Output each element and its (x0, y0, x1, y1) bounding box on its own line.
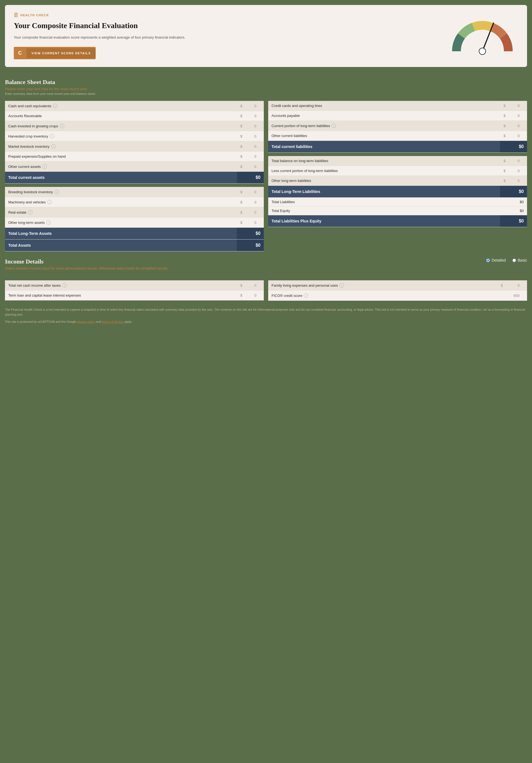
basic-radio[interactable] (512, 259, 516, 262)
growing-crops-input[interactable] (247, 124, 261, 128)
income-grid: Total net cash income after taxesi $ Ter… (5, 280, 527, 301)
subtotal-value: $0 (500, 198, 527, 206)
machinery-vehicles-input[interactable] (247, 200, 261, 204)
total-label: Total Long-Term Liabilities (268, 186, 500, 198)
market-livestock-input[interactable] (247, 145, 261, 149)
detailed-label: Detailed (491, 258, 505, 263)
row-label: Cash and cash equivalentsi (8, 104, 234, 108)
cash-equivalents-input[interactable] (247, 104, 261, 108)
table-row: Term loan and capital lease interest exp… (5, 290, 264, 300)
info-icon[interactable]: i (43, 164, 47, 169)
income-title: Income Details (5, 258, 292, 265)
long-term-assets-table: Breeding livestock inventoryi $ Machiner… (5, 187, 264, 251)
subtotal-label: Total Liabilities (268, 198, 500, 206)
income-left: Income Details Select detailed income in… (5, 258, 292, 272)
total-label: Total current assets (5, 172, 237, 183)
table-row: Accounts payable $ (268, 111, 527, 121)
income-header: Income Details Select detailed income in… (5, 258, 527, 272)
table-row: Prepaid expenses/Supplies on hand $ (5, 152, 264, 162)
info-icon[interactable]: i (53, 104, 57, 108)
table-row: Harvested crop inventoryi $ (5, 131, 264, 142)
row-label: Accounts payable (271, 114, 300, 118)
row-label: Harvested crop inventoryi (8, 134, 234, 138)
table-row: Less current portion of long-term liabil… (268, 166, 527, 176)
row-label: Cash invested in growing cropsi (8, 124, 234, 128)
total-longterm-balance-input[interactable] (510, 159, 524, 163)
row-label: Other long-term liabilities (271, 179, 311, 183)
income-right-table: Family living expenses and personal uses… (268, 280, 527, 301)
row-label: Prepaid expenses/Supplies on hand (8, 155, 65, 159)
table-row: Current portion of long-term liabilities… (268, 121, 527, 131)
balance-sheet-subtitle: Please enter year-end data for the most … (5, 87, 527, 91)
total-current-assets-row: Total current assets $0 (5, 172, 264, 183)
income-right-column: Family living expenses and personal uses… (268, 280, 527, 301)
radio-options: Detailed Basic (486, 258, 527, 263)
info-icon[interactable]: i (46, 220, 51, 225)
credit-cards-input[interactable] (510, 104, 524, 108)
other-current-liabilities-input[interactable] (510, 134, 524, 138)
row-label: Term loan and capital lease interest exp… (8, 293, 81, 297)
other-longterm-liabilities-input[interactable] (510, 179, 524, 183)
info-icon[interactable]: i (28, 210, 33, 214)
other-current-assets-input[interactable] (247, 164, 261, 169)
radio-detailed[interactable]: Detailed (486, 258, 505, 263)
info-icon[interactable]: i (50, 134, 54, 138)
term-loan-input[interactable] (247, 293, 261, 297)
row-label: Market livestock inventoryi (8, 144, 234, 149)
row-label: Other current assetsi (8, 164, 234, 169)
total-equity-row: Total Equity $0 (268, 206, 527, 215)
current-longterm-liabilities-input[interactable] (510, 124, 524, 128)
info-icon[interactable]: i (54, 190, 59, 194)
row-label: Current portion of long-term liabilities… (271, 124, 497, 128)
info-icon[interactable]: i (62, 283, 67, 287)
table-row: Other long-term liabilities $ (268, 176, 527, 186)
income-radio-group: Detailed Basic (486, 258, 527, 263)
table-row: FICO® credit scorei (268, 290, 527, 301)
detailed-radio[interactable] (486, 259, 490, 262)
total-current-liabilities-row: Total current liabilities $0 (268, 141, 527, 153)
row-label: Real estatei (8, 210, 234, 214)
radio-basic[interactable]: Basic (512, 258, 527, 263)
accounts-payable-input[interactable] (510, 114, 524, 118)
net-cash-income-input[interactable] (247, 283, 261, 287)
total-longterm-assets-row: Total Long-Term Assets $0 (5, 228, 264, 240)
info-icon[interactable]: i (332, 124, 336, 128)
fico-score-input[interactable] (507, 293, 524, 298)
info-icon[interactable]: i (340, 283, 344, 287)
balance-sheet-title: Balance Sheet Data (5, 78, 527, 86)
income-section: Income Details Select detailed income in… (5, 258, 527, 301)
terms-link[interactable]: terms of service (102, 320, 124, 323)
table-row: Cash invested in growing cropsi $ (5, 121, 264, 131)
balance-grid: Cash and cash equivalentsi $ Accounts Re… (5, 101, 527, 251)
breeding-livestock-input[interactable] (247, 190, 261, 194)
table-row: Other current liabilities $ (268, 131, 527, 141)
view-score-button[interactable]: C VIEW CURRENT SCORE DETAILS (14, 47, 96, 59)
real-estate-input[interactable] (247, 210, 261, 214)
info-icon[interactable]: i (304, 293, 308, 298)
table-row: Machinery and vehiclesi $ (5, 197, 264, 207)
info-icon[interactable]: i (48, 200, 52, 204)
table-row: Family living expenses and personal uses… (268, 280, 527, 290)
family-living-input[interactable] (510, 283, 524, 287)
total-value: $0 (500, 186, 527, 198)
table-row: Real estatei $ (5, 207, 264, 217)
subtotal-label: Total Equity (268, 206, 500, 215)
row-label: FICO® credit scorei (271, 293, 494, 298)
accounts-receivable-input[interactable] (247, 114, 261, 118)
score-button-label: VIEW CURRENT SCORE DETAILS (27, 48, 96, 58)
info-icon[interactable]: i (51, 144, 56, 149)
row-label: Machinery and vehiclesi (8, 200, 234, 204)
harvested-crop-input[interactable] (247, 134, 261, 138)
total-value: $0 (500, 141, 527, 153)
info-icon[interactable]: i (60, 124, 64, 128)
prepaid-expenses-input[interactable] (247, 155, 261, 159)
balance-sheet-section: Balance Sheet Data Please enter year-end… (5, 78, 527, 95)
page-title: Your Composite Financial Evaluation (14, 21, 291, 30)
svg-point-5 (479, 48, 486, 54)
table-row: Other long-term assetsi $ (5, 217, 264, 228)
other-longterm-assets-input[interactable] (247, 221, 261, 225)
total-label: Total current liabilities (268, 141, 500, 153)
row-label: Family living expenses and personal uses… (271, 283, 494, 287)
privacy-link[interactable]: privacy policy (77, 320, 95, 323)
less-current-longterm-input[interactable] (510, 169, 524, 173)
